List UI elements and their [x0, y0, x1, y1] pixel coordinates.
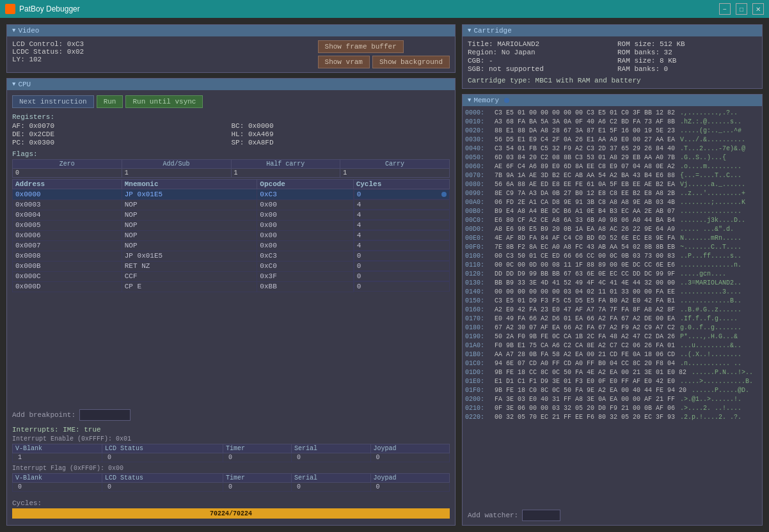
- mem-addr: 01E0:: [465, 377, 489, 386]
- mem-addr: 0180:: [465, 324, 489, 332]
- list-item: 00E0: 4E AF 8D FA 84 AF C4 C0 BD 6D 52 6…: [465, 234, 759, 243]
- minimize-button[interactable]: −: [719, 3, 731, 15]
- asm-mnem: JP 0x01E5: [122, 251, 257, 261]
- asm-cycles: 0: [354, 189, 450, 199]
- show-background-button[interactable]: Show background: [372, 56, 450, 68]
- table-row[interactable]: 0x0007 NOP 0x00 4: [13, 240, 450, 251]
- show-vram-button[interactable]: Show vram: [318, 56, 370, 68]
- list-item: 0000: C3 E5 01 00 00 00 00 00 C3 E5 01 C…: [465, 109, 759, 118]
- list-item: 01D0: 9B FE 18 CC 8C 0C 50 FA 4E A2 EA 0…: [465, 368, 759, 377]
- mem-addr: 00C0:: [465, 216, 489, 225]
- int-flag-table: V-Blank LCD Status Timer Serial Joypad 0…: [12, 473, 450, 492]
- mem-hex: B9 E4 A8 A4 BE DC B6 A1 0E B4 B3 EC AA 2…: [495, 207, 675, 216]
- mem-hex: 9B FE 18 CC 8C 0C 50 FA 4E A2 EA 00 21 3…: [495, 368, 686, 377]
- table-row[interactable]: 0x000D CP E 0xBB 0: [13, 281, 450, 292]
- list-item: 0190: 50 2A F0 9B FE 0C CA 1B 2C FA 48 A…: [465, 332, 759, 341]
- table-row[interactable]: 0x000C CCF 0x3F 0: [13, 271, 450, 281]
- cartridge-title: Cartridge: [473, 27, 511, 35]
- asm-addr: 0x0000: [13, 189, 122, 200]
- flag-addsub-header: Add/Sub: [122, 160, 231, 169]
- mem-ascii: {...=....T..C...: [680, 171, 741, 180]
- mem-addr: 0210:: [465, 404, 489, 413]
- cart-region: Region: No Japan: [468, 49, 607, 56]
- if-timer-h: Timer: [223, 474, 292, 483]
- list-item: 0180: 67 A2 30 07 AF EA 66 A2 FA 67 A2 F…: [465, 324, 759, 332]
- table-row[interactable]: 0x0004 NOP 0x00 4: [13, 210, 450, 220]
- asm-addr-header: Address: [13, 180, 122, 189]
- list-item: 0110: 00 0C 00 0D 00 08 11 1F 88 89 00 0…: [465, 261, 759, 270]
- if-serial-h: Serial: [292, 474, 370, 483]
- mem-hex: 0F 3E 06 00 00 03 32 05 20 D0 F9 21 00 0…: [495, 404, 675, 413]
- mem-ascii: .G..S..)...{: [680, 153, 726, 162]
- table-row[interactable]: 0x000B RET NZ 0xC0 0: [13, 261, 450, 271]
- maximize-button[interactable]: □: [736, 3, 747, 15]
- table-row[interactable]: 0x0000 JP 0x01E5 0xC3 0: [13, 189, 450, 200]
- asm-opcode: 0xBB: [257, 281, 353, 292]
- mem-addr: 01B0:: [465, 350, 489, 359]
- registers-title: Registers:: [12, 113, 450, 121]
- watcher-input[interactable]: [522, 510, 560, 521]
- list-item: 0080: 56 6A 88 AE ED E8 EE FE 61 0A 5F E…: [465, 180, 759, 189]
- mem-addr: 01C0:: [465, 359, 489, 368]
- if-joypad-h: Joypad: [370, 474, 449, 483]
- ie-timer-h: Timer: [223, 444, 292, 453]
- table-row[interactable]: 0x0003 NOP 0x00 4: [13, 199, 450, 210]
- lcd-control: LCD Control: 0xC3: [12, 40, 308, 48]
- if-vblank-h: V-Blank: [13, 474, 102, 483]
- mem-addr: 0160:: [465, 306, 489, 315]
- cpu-header: CPU: [7, 79, 455, 90]
- mem-addr: 0130:: [465, 279, 489, 288]
- mem-hex: 9B FE 18 C0 8C 0C 50 FA 9E A2 EA 00 40 4…: [495, 386, 686, 395]
- list-item: 01C0: 94 6E 07 CD A0 FF CD A0 FF B0 04 C…: [465, 359, 759, 368]
- ie-vblank-h: V-Blank: [13, 444, 102, 453]
- run-button[interactable]: Run: [97, 95, 123, 108]
- main-content: Video LCD Control: 0xC3 LCDC Status: 0x0…: [0, 18, 769, 532]
- mem-ascii: V.../.&..........: [680, 136, 745, 145]
- table-row[interactable]: 0x0005 NOP 0x00 4: [13, 220, 450, 230]
- mem-hex: E6 80 CF A2 CE A8 6A 33 6B A0 98 06 A0 4…: [495, 216, 675, 225]
- asm-opcode-header: Opcode: [257, 180, 353, 189]
- next-instruction-button[interactable]: Next instruction: [12, 95, 94, 108]
- cycles-bar-container: Cycles: 70224/70224: [7, 497, 455, 522]
- mem-ascii: .2.p.!....2. .?.: [680, 413, 741, 422]
- mem-ascii: ..3=MARIOLAND2..: [680, 279, 741, 288]
- asm-addr: 0x0008: [13, 251, 122, 261]
- asm-cycles-header: Cycles: [353, 180, 449, 189]
- mem-ascii: ..... ...&".d.: [680, 225, 734, 234]
- mem-hex: 06 FD 2E A1 CA D8 9E 91 3B C8 A8 A8 9E A…: [495, 198, 675, 207]
- flags-title: Flags:: [12, 150, 450, 158]
- left-panel: Video LCD Control: 0xC3 LCDC Status: 0x0…: [6, 24, 456, 526]
- mem-addr: 0110:: [465, 261, 489, 270]
- flag-carry-value: 1: [340, 169, 450, 178]
- mem-hex: C3 E5 01 D9 F3 F5 C5 D5 E5 FA B0 A2 E0 4…: [495, 297, 675, 306]
- mem-addr: 0220:: [465, 413, 489, 422]
- hl-register: HL: 0xA469: [232, 130, 450, 138]
- list-item: 0210: 0F 3E 06 00 00 03 32 05 20 D0 F9 2…: [465, 404, 759, 413]
- mem-ascii: Vj......a._......: [680, 180, 745, 189]
- mem-addr: 0020:: [465, 127, 489, 136]
- asm-mnem: NOP: [122, 199, 257, 210]
- asm-opcode: 0xC3: [257, 251, 353, 261]
- asm-cycles: 0: [354, 281, 450, 292]
- list-item: 0090: 8E C9 7A A3 DA 0B 27 B0 12 E8 C8 E…: [465, 189, 759, 198]
- flag-addsub-value: 1: [122, 169, 231, 178]
- mem-hex: BB B9 33 3E 4D 41 52 49 4F 4C 41 4E 44 3…: [495, 279, 675, 288]
- cart-ram-banks: RAM banks: 0: [617, 65, 757, 73]
- cart-cgb: CGB: -: [468, 57, 607, 65]
- video-buttons: Show frame buffer Show vram Show backgro…: [318, 40, 450, 68]
- show-frame-buffer-button[interactable]: Show frame buffer: [318, 40, 404, 53]
- asm-opcode: 0x00: [257, 199, 353, 210]
- run-vsync-button[interactable]: Run until vsync: [125, 95, 203, 108]
- ie-lcd-v: 0: [102, 453, 223, 462]
- if-timer-v: 0: [223, 483, 292, 492]
- table-row[interactable]: 0x0006 NOP 0x00 4: [13, 230, 450, 240]
- breakpoint-input[interactable]: [79, 409, 131, 421]
- mem-hex: 50 2A F0 9B FE 0C CA 1B 2C FA 48 A2 47 C…: [495, 332, 675, 341]
- close-button[interactable]: ✕: [752, 3, 764, 15]
- table-row[interactable]: 0x0008 JP 0x01E5 0xC3 0: [13, 251, 450, 261]
- int-enable-label: Interrupt Enable (0xFFFF): 0x01: [12, 435, 450, 442]
- memory-header: Memory: [463, 95, 762, 106]
- watcher-label: Add watcher:: [468, 512, 518, 519]
- list-item: 0070: 7B 9A 1A AE 3D B2 EC AB AA 54 A2 B…: [465, 171, 759, 180]
- mem-hex: A8 E6 98 E5 B9 20 0B 1A EA A8 AC 26 22 9…: [495, 225, 675, 234]
